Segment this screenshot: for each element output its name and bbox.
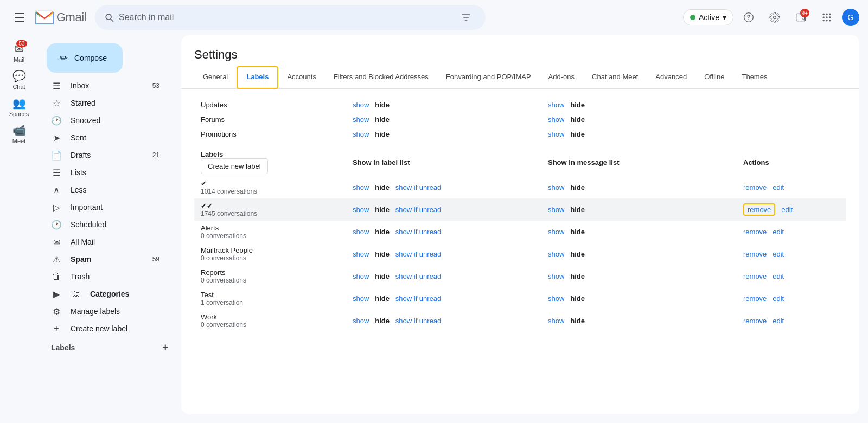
sidebar-item-mail[interactable]: ✉ 53 Mail	[0, 39, 38, 66]
tab-accounts[interactable]: Accounts	[278, 66, 324, 89]
sidebar-item-important[interactable]: ▷ Important	[38, 198, 168, 216]
google-apps-button[interactable]: 9+	[790, 7, 812, 28]
check1-show-link[interactable]: show	[353, 183, 369, 191]
reports-hide-link[interactable]: hide	[375, 272, 390, 280]
updates-show-msg-link[interactable]: show	[548, 101, 564, 109]
alerts-showifunread-link[interactable]: show if unread	[395, 228, 442, 236]
check2-showifunread-link[interactable]: show if unread	[395, 206, 442, 214]
sidebar-item-starred[interactable]: ☆ Starred	[38, 94, 168, 112]
compose-button[interactable]: ✏ Compose	[47, 43, 123, 73]
test-remove-link[interactable]: remove	[743, 294, 767, 303]
settings-button[interactable]	[764, 7, 786, 28]
mailtrack-showifunread-link[interactable]: show if unread	[395, 250, 442, 258]
test-hide-link[interactable]: hide	[375, 294, 390, 303]
check1-msg-hide-link[interactable]: hide	[570, 183, 585, 191]
tab-forwarding[interactable]: Forwarding and POP/IMAP	[437, 66, 540, 89]
sidebar-item-create-label[interactable]: + Create new label	[38, 320, 168, 337]
work-msg-hide-link[interactable]: hide	[570, 317, 585, 325]
work-hide-link[interactable]: hide	[375, 317, 390, 325]
sidebar-item-meet[interactable]: 📹 Meet	[0, 120, 38, 148]
sidebar-item-spam[interactable]: ⚠ Spam 59	[38, 251, 168, 268]
active-status-button[interactable]: Active ▾	[683, 9, 733, 25]
alerts-show-link[interactable]: show	[353, 228, 369, 236]
tab-filters[interactable]: Filters and Blocked Addresses	[325, 66, 437, 89]
test-show-link[interactable]: show	[353, 294, 369, 303]
labels-add-icon[interactable]: +	[162, 342, 168, 353]
work-edit-link[interactable]: edit	[773, 317, 784, 325]
promotions-hide-label-link[interactable]: hide	[375, 130, 390, 138]
check1-msg-show-link[interactable]: show	[548, 183, 564, 191]
check2-edit-link[interactable]: edit	[781, 206, 793, 214]
promotions-hide-msg-link[interactable]: hide	[570, 130, 585, 138]
create-new-label-button[interactable]: Create new label	[201, 158, 268, 174]
work-remove-link[interactable]: remove	[743, 317, 767, 325]
test-edit-link[interactable]: edit	[773, 294, 784, 303]
reports-show-link[interactable]: show	[353, 272, 369, 280]
user-avatar[interactable]: G	[842, 9, 859, 26]
sidebar-item-manage-labels[interactable]: ⚙ Manage labels	[38, 303, 168, 320]
reports-edit-link[interactable]: edit	[773, 272, 784, 280]
forums-show-msg-link[interactable]: show	[548, 116, 564, 124]
waffle-menu-button[interactable]	[816, 7, 838, 28]
tab-offline[interactable]: Offline	[695, 66, 733, 89]
check2-msg-show-link[interactable]: show	[548, 206, 564, 214]
tab-themes[interactable]: Themes	[733, 66, 776, 89]
tab-labels[interactable]: Labels	[237, 66, 278, 89]
forums-hide-label-link[interactable]: hide	[375, 116, 390, 124]
help-button[interactable]	[738, 7, 760, 28]
alerts-msg-hide-link[interactable]: hide	[570, 228, 585, 236]
sidebar-item-spaces[interactable]: 👥 Spaces	[0, 93, 38, 120]
test-showifunread-link[interactable]: show if unread	[395, 294, 442, 303]
sidebar-item-inbox[interactable]: ☰ Inbox 53	[38, 77, 168, 94]
mailtrack-msg-show-link[interactable]: show	[548, 250, 564, 258]
forums-show-label-link[interactable]: show	[353, 116, 369, 124]
check1-edit-link[interactable]: edit	[773, 183, 784, 191]
sidebar-item-drafts[interactable]: 📄 Drafts 21	[38, 146, 168, 164]
check2-remove-link[interactable]: remove	[743, 203, 775, 216]
filter-options-button[interactable]	[455, 7, 477, 28]
updates-show-label-link[interactable]: show	[353, 101, 369, 109]
mailtrack-msg-hide-link[interactable]: hide	[570, 250, 585, 258]
check1-remove-link[interactable]: remove	[743, 183, 767, 191]
check1-showifunread-link[interactable]: show if unread	[395, 183, 442, 191]
check2-hide-link[interactable]: hide	[375, 206, 390, 214]
menu-button[interactable]	[9, 7, 30, 28]
alerts-hide-link[interactable]: hide	[375, 228, 390, 236]
alerts-edit-link[interactable]: edit	[773, 228, 784, 236]
updates-hide-msg-link[interactable]: hide	[570, 101, 585, 109]
tab-advanced[interactable]: Advanced	[647, 66, 695, 89]
sidebar-item-categories[interactable]: ▶ 🗂 Categories	[38, 285, 168, 303]
sidebar-item-lists[interactable]: ☰ Lists	[38, 164, 168, 181]
work-show-link[interactable]: show	[353, 317, 369, 325]
check2-msg-hide-link[interactable]: hide	[570, 206, 585, 214]
test-msg-hide-link[interactable]: hide	[570, 294, 585, 303]
reports-msg-hide-link[interactable]: hide	[570, 272, 585, 280]
sidebar-item-all-mail[interactable]: ✉ All Mail	[38, 233, 168, 251]
check1-hide-link[interactable]: hide	[375, 183, 390, 191]
alerts-remove-link[interactable]: remove	[743, 228, 767, 236]
reports-remove-link[interactable]: remove	[743, 272, 767, 280]
sidebar-item-less[interactable]: ∧ Less	[38, 181, 168, 198]
promotions-show-label-link[interactable]: show	[353, 130, 369, 138]
reports-showifunread-link[interactable]: show if unread	[395, 272, 442, 280]
sidebar-item-trash[interactable]: 🗑 Trash	[38, 268, 168, 285]
sidebar-item-snoozed[interactable]: 🕐 Snoozed	[38, 112, 168, 129]
mailtrack-edit-link[interactable]: edit	[773, 250, 784, 258]
alerts-msg-show-link[interactable]: show	[548, 228, 564, 236]
mailtrack-hide-link[interactable]: hide	[375, 250, 390, 258]
mailtrack-show-link[interactable]: show	[353, 250, 369, 258]
work-showifunread-link[interactable]: show if unread	[395, 317, 442, 325]
sidebar-item-chat[interactable]: 💬 Chat	[0, 66, 38, 93]
promotions-show-msg-link[interactable]: show	[548, 130, 564, 138]
tab-chat-meet[interactable]: Chat and Meet	[583, 66, 647, 89]
sidebar-item-scheduled[interactable]: 🕐 Scheduled	[38, 216, 168, 233]
forums-hide-msg-link[interactable]: hide	[570, 116, 585, 124]
test-msg-show-link[interactable]: show	[548, 294, 564, 303]
tab-general[interactable]: General	[194, 66, 237, 89]
check2-show-link[interactable]: show	[353, 206, 369, 214]
updates-hide-label-link[interactable]: hide	[375, 101, 390, 109]
work-msg-show-link[interactable]: show	[548, 317, 564, 325]
reports-msg-show-link[interactable]: show	[548, 272, 564, 280]
sidebar-item-sent[interactable]: ➤ Sent	[38, 129, 168, 146]
search-bar[interactable]	[95, 5, 486, 30]
